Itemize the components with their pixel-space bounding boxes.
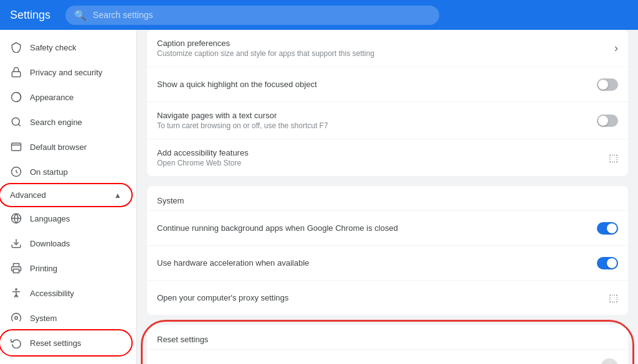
sidebar-item-privacy-security[interactable]: Privacy and security: [0, 60, 131, 85]
external-icon: ⬚: [609, 152, 618, 164]
accessibility-icon: [10, 287, 22, 299]
header: Settings 🔍 Search settings: [0, 0, 638, 30]
sidebar-item-printing[interactable]: Printing: [0, 256, 131, 281]
reset-section-title: Reset settings: [147, 325, 628, 349]
layout: Safety check Privacy and security Appear…: [0, 30, 638, 364]
background-apps-name: Continue running background apps when Go…: [157, 223, 587, 233]
text-cursor-desc: To turn caret browsing on or off, use th…: [157, 121, 587, 130]
sidebar-label-appearance: Appearance: [30, 93, 74, 102]
restore-chevron-button[interactable]: ›: [601, 358, 618, 364]
sidebar-label-default-browser: Default browser: [30, 142, 87, 152]
toggle-knob: [607, 258, 617, 268]
system-section-title: System: [147, 186, 628, 210]
sidebar-label-languages: Languages: [30, 214, 70, 223]
printing-icon: [10, 262, 22, 274]
sidebar-label-accessibility: Accessibility: [30, 289, 74, 298]
sidebar-label-advanced: Advanced: [10, 190, 46, 200]
sidebar-item-reset-settings[interactable]: Reset settings: [0, 330, 131, 355]
text-cursor-toggle[interactable]: [597, 114, 618, 127]
hardware-accel-name: Use hardware acceleration when available: [157, 258, 587, 268]
chevron-up-icon: ▲: [114, 191, 121, 200]
setting-row-proxy[interactable]: Open your computer's proxy settings ⬚: [147, 280, 628, 315]
hardware-accel-toggle[interactable]: [597, 257, 618, 269]
sidebar-item-accessibility[interactable]: Accessibility: [0, 281, 131, 306]
chevron-right-icon: ›: [614, 42, 618, 55]
quick-highlight-name: Show a quick highlight on the focused ob…: [157, 80, 587, 89]
proxy-name: Open your computer's proxy settings: [157, 293, 599, 302]
sidebar-label-extensions: Extensions: [10, 362, 50, 365]
external-link-icon: ↗: [119, 362, 126, 364]
svg-rect-0: [12, 72, 21, 77]
sidebar-label-search: Search engine: [30, 118, 82, 127]
sidebar-item-default-browser[interactable]: Default browser: [0, 134, 131, 159]
sidebar-label-startup: On startup: [30, 167, 68, 177]
sidebar-label-system: System: [30, 314, 57, 323]
setting-row-text-cursor[interactable]: Navigate pages with a text cursor To tur…: [147, 101, 628, 139]
sidebar-label-reset: Reset settings: [30, 338, 81, 348]
setting-row-restore-defaults[interactable]: Restore settings to their original defau…: [147, 349, 628, 364]
setting-row-hardware-acceleration[interactable]: Use hardware acceleration when available: [147, 245, 628, 280]
downloads-icon: [10, 237, 22, 250]
sidebar-item-on-startup[interactable]: On startup: [0, 159, 131, 184]
sidebar-item-extensions[interactable]: Extensions ↗: [0, 355, 136, 364]
sidebar-label-printing: Printing: [30, 264, 57, 273]
setting-row-background-apps[interactable]: Continue running background apps when Go…: [147, 210, 628, 245]
sidebar-label-safety-check: Safety check: [30, 43, 76, 52]
accessibility-section-card: Caption preferences Customize caption si…: [147, 30, 628, 176]
reset-section-wrapper: Reset settings Restore settings to their…: [147, 325, 628, 364]
sidebar-item-appearance[interactable]: Appearance: [0, 85, 131, 110]
sidebar-item-languages[interactable]: Languages: [0, 206, 131, 231]
setting-row-caption-preferences[interactable]: Caption preferences Customize caption si…: [147, 30, 628, 67]
sidebar-advanced-header[interactable]: Advanced ▲: [0, 184, 131, 206]
svg-rect-3: [12, 143, 21, 151]
svg-point-2: [12, 118, 19, 125]
sidebar-item-system[interactable]: System: [0, 306, 131, 330]
sidebar-item-downloads[interactable]: Downloads: [0, 231, 131, 256]
privacy-icon: [10, 66, 22, 78]
sidebar-label-privacy: Privacy and security: [30, 68, 102, 77]
safety-check-icon: [10, 41, 22, 54]
sidebar-item-safety-check[interactable]: Safety check: [0, 35, 131, 60]
setting-row-add-accessibility[interactable]: Add accessibility features Open Chrome W…: [147, 139, 628, 176]
svg-point-9: [15, 317, 18, 320]
search-icon: 🔍: [74, 9, 87, 21]
search-input[interactable]: Search settings: [93, 10, 153, 20]
main-content: Caption preferences Customize caption si…: [137, 30, 638, 364]
system-icon: [10, 312, 22, 324]
setting-row-quick-highlight[interactable]: Show a quick highlight on the focused ob…: [147, 67, 628, 101]
svg-rect-7: [14, 269, 19, 273]
search-engine-icon: [10, 116, 22, 128]
toggle-knob: [607, 223, 617, 233]
proxy-external-icon: ⬚: [609, 292, 618, 304]
quick-highlight-toggle[interactable]: [597, 78, 618, 91]
languages-icon: [10, 212, 22, 225]
system-section-card: System Continue running background apps …: [147, 186, 628, 315]
sidebar-label-downloads: Downloads: [30, 239, 70, 248]
add-accessibility-name: Add accessibility features: [157, 148, 599, 157]
default-browser-icon: [10, 141, 22, 153]
sidebar-item-search-engine[interactable]: Search engine: [0, 110, 131, 134]
caption-preferences-name: Caption preferences: [157, 39, 604, 48]
reset-section-card: Reset settings Restore settings to their…: [147, 325, 628, 364]
on-startup-icon: [10, 166, 22, 178]
text-cursor-name: Navigate pages with a text cursor: [157, 111, 587, 120]
app-title: Settings: [10, 9, 50, 22]
add-accessibility-desc: Open Chrome Web Store: [157, 159, 599, 167]
appearance-icon: [10, 91, 22, 103]
caption-preferences-desc: Customize caption size and style for app…: [157, 49, 604, 58]
svg-point-8: [16, 289, 17, 290]
toggle-knob: [598, 80, 608, 90]
toggle-knob: [598, 116, 608, 126]
background-apps-toggle[interactable]: [597, 222, 618, 235]
reset-settings-icon: [10, 337, 22, 349]
search-bar[interactable]: 🔍 Search settings: [65, 6, 439, 25]
sidebar: Safety check Privacy and security Appear…: [0, 30, 137, 364]
